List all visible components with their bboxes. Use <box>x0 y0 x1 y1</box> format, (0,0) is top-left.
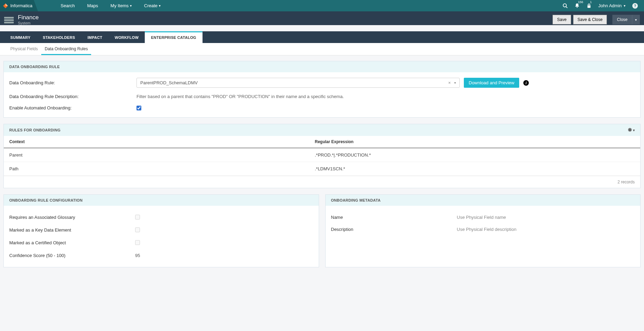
brand-label: Informatica <box>10 3 32 8</box>
metadata-name-value: Use Physical Field name <box>457 215 506 220</box>
tab-workflow[interactable]: WORKFLOW <box>109 31 145 43</box>
svg-marker-1 <box>6 3 8 6</box>
nav-myitems[interactable]: My Items▾ <box>104 0 138 11</box>
panel-header-metadata: ONBOARDING METADATA <box>326 195 641 206</box>
brand-logo-icon <box>3 3 8 9</box>
nav-create-label: Create <box>144 3 157 8</box>
nav-myitems-label: My Items <box>110 3 129 8</box>
panel-onboarding-metadata: ONBOARDING METADATA Name Use Physical Fi… <box>325 194 641 267</box>
system-icon <box>4 17 14 24</box>
table-row[interactable]: Path .*LDMV1SCN.* <box>4 162 640 176</box>
config-glossary-label: Requires an Associated Glossary <box>9 215 135 221</box>
clear-icon[interactable]: × <box>448 80 451 85</box>
save-close-button[interactable]: Save & Close <box>573 15 607 24</box>
nav-search-label: Search <box>61 3 75 8</box>
rules-table: Context Regular Expression Parent .*PROD… <box>4 136 640 176</box>
chevron-down-icon: ▾ <box>130 4 132 8</box>
nav-items: Search Maps My Items▾ Create▾ <box>54 0 167 11</box>
close-button[interactable]: Close <box>612 15 632 24</box>
user-name: John Admin <box>598 3 622 8</box>
config-confidence-value: 95 <box>135 253 140 258</box>
subtab-physical-fields[interactable]: Physical Fields <box>7 43 41 55</box>
panel-header-rules: RULES FOR ONBOARDING ▾ <box>4 124 640 136</box>
tab-summary[interactable]: SUMMARY <box>4 31 37 43</box>
svg-point-4 <box>577 7 578 8</box>
lock-badge: 1 <box>590 0 592 4</box>
cell-context: Parent <box>4 148 309 162</box>
rule-desc-label: Data Onboarding Rule Description: <box>9 94 137 99</box>
panel-rules-for-onboarding: RULES FOR ONBOARDING ▾ Context Regular E… <box>3 124 641 188</box>
enable-onboarding-checkbox[interactable] <box>137 106 141 110</box>
svg-line-3 <box>566 7 567 8</box>
nav-maps[interactable]: Maps <box>81 0 105 11</box>
chevron-down-icon: ▾ <box>633 128 635 132</box>
panel-header-onboarding-rule: DATA ONBOARDING RULE <box>4 61 640 72</box>
enable-onboarding-label: Enable Automated Onboarding: <box>9 105 137 110</box>
bell-icon[interactable]: 156 <box>575 3 580 8</box>
svg-point-2 <box>563 4 566 7</box>
chevron-down-icon: ▾ <box>624 4 625 8</box>
brand[interactable]: Informatica <box>0 0 38 11</box>
page-header: Finance System Save Save & Close Close ▾ <box>0 11 644 25</box>
config-confidence-label: Confidence Score (50 - 100) <box>9 253 135 258</box>
main-tabs: SUMMARY STAKEHOLDERS IMPACT WORKFLOW ENT… <box>0 31 644 43</box>
top-nav: Informatica Search Maps My Items▾ Create… <box>0 0 644 11</box>
table-settings-button[interactable]: ▾ <box>627 128 635 132</box>
page-title: Finance <box>18 14 39 21</box>
user-menu[interactable]: John Admin ▾ <box>598 3 625 8</box>
content: DATA ONBOARDING RULE Data Onboarding Rul… <box>0 55 644 273</box>
tab-enterprise-catalog[interactable]: ENTERPRISE CATALOG <box>145 31 203 43</box>
svg-rect-5 <box>588 6 591 8</box>
panel-header-label: ONBOARDING METADATA <box>331 198 381 202</box>
chevron-down-icon: ▾ <box>159 4 161 8</box>
cell-regex: .*PROD.*|.*PRODUCTION.* <box>309 148 640 162</box>
bell-badge: 156 <box>578 0 583 4</box>
rule-desc-value: Filter based on a parent that contains "… <box>137 94 344 99</box>
metadata-desc-value: Use Physical Field description <box>457 227 516 232</box>
nav-create[interactable]: Create▾ <box>138 0 167 11</box>
save-button[interactable]: Save <box>553 15 571 24</box>
close-dropdown[interactable]: ▾ <box>632 15 640 24</box>
col-regex[interactable]: Regular Expression <box>309 136 640 148</box>
panel-onboarding-rule: DATA ONBOARDING RULE Data Onboarding Rul… <box>3 61 641 118</box>
page-subtitle: System <box>18 21 39 25</box>
cell-context: Path <box>4 162 309 176</box>
config-certified-label: Marked as a Certified Object <box>9 240 135 246</box>
panel-header-label: ONBOARDING RULE CONFIGURATION <box>9 198 83 202</box>
panel-header-label: DATA ONBOARDING RULE <box>9 65 60 69</box>
col-context[interactable]: Context <box>4 136 309 148</box>
info-icon[interactable]: i <box>523 80 529 86</box>
svg-text:?: ? <box>634 4 636 8</box>
metadata-desc-label: Description <box>331 227 457 232</box>
sub-tabs: Physical Fields Data Onboarding Rules <box>0 43 644 55</box>
chevron-down-icon: ▾ <box>635 18 637 22</box>
lock-icon[interactable]: 1 <box>587 3 591 8</box>
table-row[interactable]: Parent .*PROD.*|.*PRODUCTION.* <box>4 148 640 162</box>
panel-header-label: RULES FOR ONBOARDING <box>9 128 61 132</box>
search-icon[interactable] <box>563 3 568 8</box>
subtab-data-onboarding-rules[interactable]: Data Onboarding Rules <box>41 43 91 55</box>
config-keydata-label: Marked as a Key Data Element <box>9 227 135 233</box>
panel-rule-configuration: ONBOARDING RULE CONFIGURATION Requires a… <box>3 194 319 267</box>
tab-impact[interactable]: IMPACT <box>81 31 108 43</box>
tab-stakeholders[interactable]: STAKEHOLDERS <box>37 31 81 43</box>
header-actions: Save Save & Close Close ▾ <box>553 15 640 24</box>
title-block: Finance System <box>18 14 39 25</box>
cell-regex: .*LDMV1SCN.* <box>309 162 640 176</box>
config-certified-checkbox <box>135 240 140 245</box>
nav-right: 156 1 John Admin ▾ ? <box>563 3 644 9</box>
config-glossary-checkbox <box>135 215 140 220</box>
table-footer: 2 records <box>4 176 640 188</box>
chevron-down-icon[interactable]: ▾ <box>454 81 456 85</box>
help-icon[interactable]: ? <box>632 3 638 9</box>
rule-name-select[interactable]: ParentPROD_SchemaLDMV × ▾ <box>137 78 460 88</box>
nav-maps-label: Maps <box>87 3 98 8</box>
download-preview-button[interactable]: Download and Preview <box>464 78 519 88</box>
rule-name-label: Data Onboarding Rule: <box>9 80 137 85</box>
nav-search[interactable]: Search <box>54 0 81 11</box>
metadata-name-label: Name <box>331 215 457 220</box>
panel-header-config: ONBOARDING RULE CONFIGURATION <box>4 195 319 206</box>
config-keydata-checkbox <box>135 227 140 232</box>
gear-icon <box>627 128 632 132</box>
rule-name-value: ParentPROD_SchemaLDMV <box>140 80 198 85</box>
